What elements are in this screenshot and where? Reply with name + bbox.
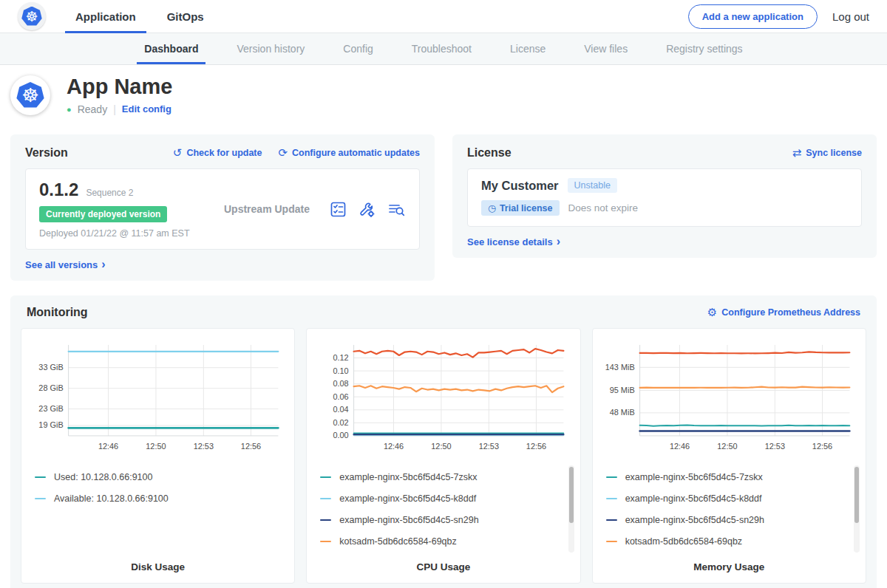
edit-config-link[interactable]: Edit config [122,103,171,114]
check-for-update-link[interactable]: ↺ Check for update [173,146,262,160]
deployed-date: Deployed 01/21/22 @ 11:57 am EST [39,228,224,239]
license-card: License ⇄ Sync license My Customer Unsta… [452,134,877,258]
legend-label: example-nginx-5bc6f5d4c5-k8ddf [625,493,762,504]
legend-label: example-nginx-5bc6f5d4c5-7zskx [625,472,763,482]
legend-item: Available: 10.128.0.66:9100 [35,488,281,510]
configure-prometheus-link[interactable]: ⚙ Configure Prometheus Address [707,306,860,319]
see-license-details-link[interactable]: See license details › [467,236,560,247]
charts-row: 19 GiB23 GiB28 GiB33 GiB12:4612:5012:531… [21,328,866,584]
license-expiry: Does not expire [568,202,639,213]
topnav-tabs: Application GitOps [65,0,225,33]
legend-label: kotsadm-5db6dc6584-69qbz [625,536,742,547]
version-number: 0.1.2 [39,180,78,200]
legend-item: example-nginx-5bc6f5d4c5-k8ddf [320,488,566,510]
svg-text:12:46: 12:46 [98,442,118,451]
svg-text:12:56: 12:56 [812,442,832,451]
svg-text:0.00: 0.00 [333,431,349,440]
sync-license-link[interactable]: ⇄ Sync license [792,146,862,160]
legend-item: example-nginx-5bc6f5d4c5-7zskx [606,467,852,488]
ready-status-dot-icon: ● [67,105,72,114]
chevron-right-icon: › [557,236,560,247]
top-nav: ☸ Application GitOps Add a new applicati… [0,0,887,33]
svg-text:48 MiB: 48 MiB [609,408,634,417]
subnav-license[interactable]: License [494,33,562,64]
subnav-dashboard[interactable]: Dashboard [128,33,214,64]
subnav-troubleshoot[interactable]: Troubleshoot [395,33,488,64]
svg-text:0.02: 0.02 [333,418,349,427]
subnav-registry-settings[interactable]: Registry settings [650,33,758,64]
configure-automatic-updates-link[interactable]: ⟳ Configure automatic updates [278,146,420,160]
add-new-application-button[interactable]: Add a new application [688,4,818,29]
chart-title-memory: Memory Usage [603,554,855,572]
see-license-details-label: See license details [467,236,553,247]
legend-swatch-icon [606,498,617,499]
legend-swatch-icon [606,541,617,542]
preflight-checks-icon[interactable] [330,201,347,218]
status-divider: | [113,103,116,115]
svg-text:12:53: 12:53 [764,442,784,451]
svg-text:143 MiB: 143 MiB [605,363,634,372]
subnav-view-files[interactable]: View files [568,33,644,64]
app-header: ☸ App Name ● Ready | Edit config [0,65,887,127]
app-sub-nav: Dashboard Version history Config Trouble… [0,33,887,65]
tab-application[interactable]: Application [65,0,146,33]
configure-automatic-updates-label: Configure automatic updates [292,148,420,158]
legend-scrollbar-thumb[interactable] [569,467,574,523]
version-card: Version ↺ Check for update ⟳ Configure a… [10,134,435,281]
license-panel: My Customer Unstable ◷ Trial license Doe… [467,168,862,227]
svg-text:12:53: 12:53 [194,442,214,451]
deploy-logs-icon[interactable] [387,201,406,218]
chart-legend-memory: example-nginx-5bc6f5d4c5-7zskxexample-ng… [603,465,855,554]
trial-license-badge: ◷ Trial license [481,200,560,216]
logout-button[interactable]: Log out [832,10,869,23]
topnav-right: Add a new application Log out [688,0,869,33]
edit-config-wrench-icon[interactable] [358,201,375,218]
summary-cards-row: Version ↺ Check for update ⟳ Configure a… [0,127,887,281]
legend-label: example-nginx-5bc6f5d4c5-k8ddf [339,493,476,504]
subnav-version-history[interactable]: Version history [220,33,321,64]
svg-text:28 GiB: 28 GiB [38,383,63,392]
svg-text:12:56: 12:56 [241,442,261,451]
refresh-icon: ↺ [173,146,183,160]
gear-icon: ⚙ [707,306,717,319]
brand-logo[interactable]: ☸ [18,0,46,33]
see-all-versions-link[interactable]: See all versions › [25,259,106,270]
chart-card-disk: 19 GiB23 GiB28 GiB33 GiB12:4612:5012:531… [21,328,295,584]
legend-scrollbar[interactable] [854,465,860,553]
svg-text:12:50: 12:50 [432,442,452,451]
legend-swatch-icon [320,498,331,499]
svg-text:12:46: 12:46 [670,442,690,451]
see-all-versions-label: See all versions [25,259,98,270]
chevron-right-icon: › [101,259,105,270]
version-action-icons [330,201,406,218]
license-card-title: License [467,146,512,160]
kubernetes-logo-badge: ☸ [18,2,46,30]
stopwatch-icon: ◷ [488,202,496,213]
svg-text:12:56: 12:56 [526,442,546,451]
svg-text:23 GiB: 23 GiB [38,404,63,413]
auto-update-icon: ⟳ [278,146,288,160]
customer-name: My Customer [481,179,559,193]
legend-swatch-icon [320,476,331,478]
legend-swatch-icon [606,519,617,521]
legend-label: Available: 10.128.0.66:9100 [54,493,169,504]
chart-card-memory: 48 MiB95 MiB143 MiB12:4612:5012:5312:56e… [592,328,866,584]
legend-scrollbar-thumb[interactable] [854,467,859,523]
chart-title-cpu: CPU Usage [317,554,569,572]
svg-text:0.06: 0.06 [333,392,349,401]
trial-license-label: Trial license [500,203,553,213]
chart-plot-disk: 19 GiB23 GiB28 GiB33 GiB12:4612:5012:531… [32,338,284,455]
subnav-config[interactable]: Config [327,33,389,64]
channel-badge: Unstable [568,178,617,193]
version-sequence: Sequence 2 [86,188,133,198]
monitoring-section: Monitoring ⚙ Configure Prometheus Addres… [10,295,877,588]
version-card-title: Version [25,146,68,160]
svg-text:12:50: 12:50 [717,442,737,451]
monitoring-title: Monitoring [27,306,88,319]
legend-scrollbar[interactable] [568,465,574,553]
chart-legend-cpu: example-nginx-5bc6f5d4c5-7zskxexample-ng… [317,465,569,554]
legend-swatch-icon [606,476,617,478]
tab-gitops[interactable]: GitOps [157,0,214,33]
svg-text:12:53: 12:53 [479,442,499,451]
legend-item: kotsadm-5db6dc6584-69qbz [606,531,852,553]
